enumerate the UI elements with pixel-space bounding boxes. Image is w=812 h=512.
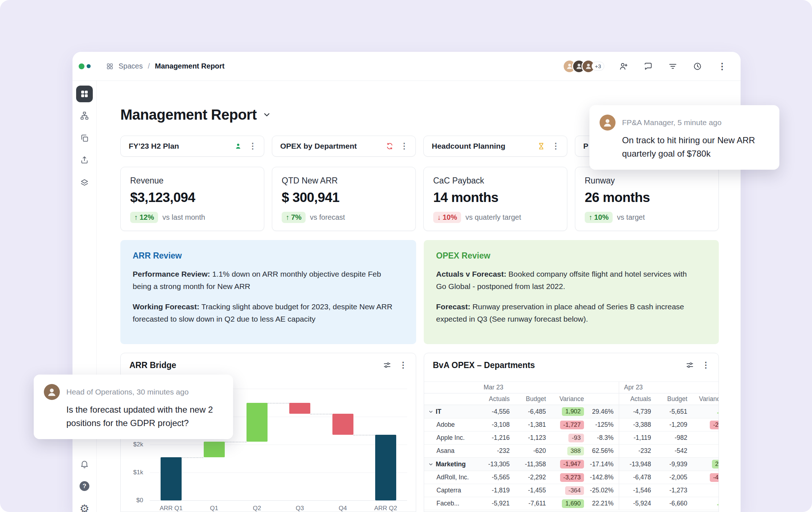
table-cell: -1,216 (478, 432, 515, 445)
table-cell: 1,902 (551, 405, 589, 418)
column-header: Variance (551, 393, 589, 405)
comment-toast-fpa-manager[interactable]: FP&A Manager, 5 minute ago On track to h… (589, 105, 779, 170)
logo-dot-teal (87, 64, 91, 68)
tab-fy23-h2-plan[interactable]: FY’23 H2 Plan ⋮ (120, 136, 264, 157)
opex-review-paragraph: Actuals v Forecast: Booked company offsi… (436, 268, 699, 293)
add-user-icon[interactable] (618, 61, 629, 72)
table-cell: -5,565 (478, 471, 515, 484)
row-label: Adobe (436, 421, 455, 428)
variance-badge: 1,902 (562, 407, 584, 416)
table-row[interactable]: IT-4,556-6,4851,90229.46%-4,739-5,651 (424, 405, 719, 418)
sidebar-item-help[interactable]: ? (80, 481, 90, 491)
delta-badge: ↑10% (585, 212, 613, 223)
table-cell: -1,381 (515, 418, 551, 432)
table-cell: -5,924 (619, 497, 656, 510)
table-cell: - (692, 484, 719, 497)
variance-badge: 2, (712, 460, 719, 468)
column-header: Actuals (478, 393, 515, 405)
gridline (150, 445, 407, 445)
sidebar-item-pages[interactable] (80, 133, 89, 143)
waterfall-bar-arr-q1 (161, 457, 182, 500)
table-settings-icon[interactable] (684, 360, 695, 371)
table-row[interactable]: Marketing-13,305-11,358-1,947-17.14%-13,… (424, 458, 719, 471)
toast-message: Is the forecast updated with the new 2 p… (66, 403, 223, 430)
bell-icon (80, 459, 89, 469)
spaces-grid-icon[interactable] (106, 63, 113, 70)
sidebar-item-publish[interactable] (80, 155, 89, 165)
table-row[interactable]: Faceb...-5,921-7,6111,69022.21%-5,924-6,… (424, 497, 719, 510)
kebab-menu-icon[interactable]: ⋮ (717, 61, 728, 72)
y-axis-tick: $2k (121, 441, 143, 448)
table-cell: -125% (589, 418, 619, 432)
tab-headcount-planning[interactable]: Headcount Planning ⋮ (423, 136, 567, 157)
table-cell: -2, (692, 418, 719, 432)
x-axis-tick: Q4 (323, 505, 363, 512)
toast-author: Head of Operations, 30 minutes ago (66, 388, 188, 396)
table-cell (692, 497, 719, 510)
sidebar-item-settings[interactable]: ⚙ (80, 503, 90, 512)
variance-badge: -364 (565, 486, 584, 495)
publish-icon (80, 155, 89, 165)
breadcrumb-spaces[interactable]: Spaces (119, 62, 143, 70)
tab-kebab-icon[interactable]: ⋮ (550, 142, 561, 150)
arrow-down-icon: ↓ (437, 213, 441, 222)
waterfall-bar-arr-q2 (375, 435, 396, 500)
table-cell: -6,660 (656, 497, 692, 510)
avatar (44, 384, 60, 400)
tab-kebab-icon[interactable]: ⋮ (247, 142, 258, 150)
tab-kebab-icon[interactable]: ⋮ (399, 142, 410, 150)
chevron-down-icon (428, 462, 433, 467)
table-cell: -142.8% (589, 471, 619, 484)
desktop-background: Spaces / Management Report +3 (0, 0, 812, 512)
row-label: AdRoll, Inc. (436, 474, 469, 481)
table-row[interactable]: AdRoll, Inc.-5,565-2,292-3,273-142.8%-6,… (424, 471, 719, 484)
grid-icon (80, 90, 89, 98)
gridline (150, 472, 407, 473)
table-cell: -1,119 (619, 432, 656, 445)
topbar: Spaces / Management Report +3 (72, 52, 741, 81)
kpi-card-qtd-new-arr: QTD New ARR $ 300,941 ↑7% vs forecast (272, 167, 416, 231)
comments-icon[interactable] (643, 61, 654, 72)
sidebar-item-layers[interactable] (80, 178, 89, 187)
table-cell: -13,948 (619, 458, 656, 471)
y-axis-tick: $0 (121, 497, 143, 504)
filter-icon[interactable] (667, 61, 678, 72)
table-row[interactable]: Capterra-1,819-1,455-364-25.02%-1,546-1,… (424, 484, 719, 497)
column-group-apr: Apr 23 (619, 382, 719, 393)
table-cell: -7,611 (515, 497, 551, 510)
table-cell: -1,546 (619, 484, 656, 497)
app-logo[interactable] (72, 52, 97, 80)
tab-opex-by-department[interactable]: OPEX by Department ⋮ (272, 136, 416, 157)
page-title-chevron[interactable] (262, 110, 271, 119)
table-cell: -25.02% (589, 484, 619, 497)
row-label: Asana (436, 447, 455, 454)
table-cell: 2, (692, 458, 719, 471)
collaborator-avatars[interactable]: +3 (563, 59, 604, 73)
layers-icon (80, 178, 89, 187)
table-cell: -6,478 (619, 471, 656, 484)
sidebar-item-boards[interactable] (76, 86, 93, 102)
comment-toast-head-of-operations[interactable]: Head of Operations, 30 minutes ago Is th… (34, 375, 233, 439)
column-group-mar: Mar 23 (478, 382, 619, 393)
variance-badge: -93 (568, 434, 584, 442)
row-label: Capterra (436, 487, 461, 494)
sidebar-item-notifications[interactable] (80, 459, 89, 469)
delta-badge: ↓10% (433, 212, 461, 223)
reviews-row: ARR Review Performance Review: 1.1% down… (120, 240, 719, 344)
table-row[interactable]: Asana-232-62038862.56%-232-542 (424, 445, 719, 458)
table-kebab-icon[interactable]: ⋮ (702, 361, 710, 369)
waterfall-connector (225, 442, 246, 442)
breadcrumb-current[interactable]: Management Report (155, 62, 224, 70)
table-cell: -4,739 (619, 405, 656, 418)
history-icon[interactable] (692, 61, 703, 72)
table-cell: -232 (478, 445, 515, 458)
table-row[interactable]: Adobe-3,108-1,381-1,727-125%-3,388-1,209… (424, 418, 719, 432)
table-row[interactable]: Apple Inc.-1,216-1,123-93-8.3%-1,119-982… (424, 432, 719, 445)
sidebar-item-models[interactable] (80, 111, 89, 120)
arr-review-paragraph: Working Forecast: Tracking slight above … (133, 301, 396, 325)
waterfall-connector (353, 435, 375, 435)
table-cell: -982 (656, 432, 692, 445)
avatar-overflow-badge[interactable]: +3 (592, 62, 604, 71)
page-title: Management Report (120, 107, 257, 123)
table-cell: -17.14% (589, 458, 619, 471)
